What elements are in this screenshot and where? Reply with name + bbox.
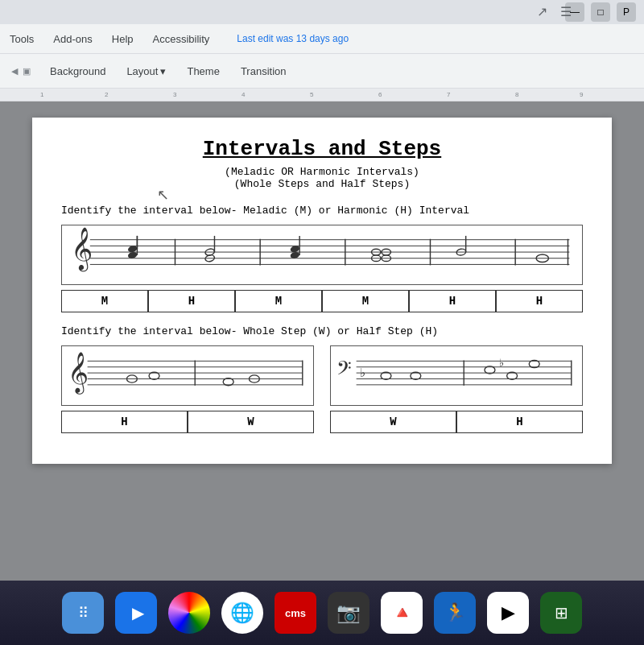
taskbar-grid-launcher[interactable]: ⠿ — [62, 592, 104, 634]
section2-instruction: Identify the interval below- Whole Step … — [61, 325, 583, 337]
toolbar: ◀ ▣ Background Layout ▾ Theme Transition — [0, 53, 644, 89]
taskbar: ⠿ ▶ 🌐 cms 📷 🔺 🏃 ▶ ⊞ — [0, 581, 644, 645]
taskbar-rainbow[interactable] — [168, 592, 210, 634]
slide: ↖ Intervals and Steps (Meladic OR Harmon… — [32, 118, 612, 464]
toolbar-arrow-left[interactable]: ◀ — [11, 66, 18, 76]
section1-instruction: Identify the interval below- Meladic (M)… — [61, 205, 583, 217]
theme-button[interactable]: Theme — [179, 61, 227, 81]
staff-right-container: 𝄢 ♭ ♭ — [330, 345, 583, 406]
taskbar-playstore[interactable]: ▶ — [487, 592, 529, 634]
slide-subtitle: (Meladic OR Harmonic Intervals) (Whole S… — [61, 166, 583, 190]
right-answer-row: W H — [330, 411, 583, 433]
taskbar-drive[interactable]: 🔺 — [381, 592, 423, 634]
music-staff-svg-1: 𝄞 — [67, 227, 577, 279]
svg-text:♭: ♭ — [360, 366, 365, 379]
svg-text:𝄞: 𝄞 — [71, 227, 93, 272]
svg-text:♭: ♭ — [499, 358, 504, 369]
figure-icon: 🏃 — [444, 602, 466, 623]
window-maximize[interactable]: □ — [591, 2, 610, 22]
cms-label: cms — [285, 607, 306, 619]
answer-box-1: M — [61, 290, 148, 312]
taskbar-figure[interactable]: 🏃 — [434, 592, 476, 634]
staff-left-svg: 𝄞 — [65, 348, 310, 400]
menu-help[interactable]: Help — [110, 30, 135, 48]
svg-text:𝄞: 𝄞 — [68, 352, 89, 395]
svg-text:𝄢: 𝄢 — [336, 358, 352, 383]
slide-title: Intervals and Steps — [61, 137, 583, 161]
staff-1: 𝄞 — [61, 225, 583, 285]
menu-addons[interactable]: Add-ons — [52, 30, 93, 48]
menu-tools[interactable]: Tools — [8, 30, 35, 48]
terminal-icon: ⊞ — [555, 603, 568, 622]
section1-answer-row: M H M M H H — [61, 290, 583, 312]
bottom-staves-row: 𝄞 H W — [61, 345, 583, 433]
play-icon: ▶ — [132, 603, 144, 622]
window-close[interactable]: P — [617, 2, 636, 22]
toolbar-slide-icon: ▣ — [23, 66, 31, 76]
staff-left-container: 𝄞 — [61, 345, 314, 406]
layout-dropdown-icon: ▾ — [160, 65, 166, 77]
camera-icon: 📷 — [336, 602, 361, 624]
taskbar-chrome[interactable]: 🌐 — [221, 592, 263, 634]
background-button[interactable]: Background — [42, 61, 114, 81]
trend-icon: ↗ — [537, 4, 547, 19]
ruler: 1 2 3 4 5 6 7 8 9 — [0, 89, 644, 101]
main-canvas-area: ↖ Intervals and Steps (Meladic OR Harmon… — [0, 101, 644, 581]
last-edit-text: Last edit was 13 days ago — [235, 30, 350, 48]
layout-button[interactable]: Layout ▾ — [118, 61, 174, 81]
layout-label: Layout — [126, 65, 158, 77]
taskbar-play[interactable]: ▶ — [115, 592, 157, 634]
left-answer-row: H W — [61, 411, 314, 433]
playstore-icon: ▶ — [502, 602, 515, 623]
staff-left: 𝄞 H W — [61, 345, 314, 433]
left-answer-1: H — [61, 411, 188, 433]
staff-right: 𝄢 ♭ ♭ — [330, 345, 583, 433]
drive-icon: 🔺 — [391, 602, 413, 623]
answer-box-2: H — [148, 290, 235, 312]
right-answer-1: W — [330, 411, 456, 433]
chrome-icon: 🌐 — [230, 602, 254, 624]
staff-right-svg: 𝄢 ♭ ♭ — [334, 348, 579, 400]
right-answer-2: H — [456, 411, 583, 433]
answer-box-4: M — [322, 290, 409, 312]
window-top-bar: — □ P ↗ ☰ — [0, 0, 644, 24]
answer-box-6: H — [496, 290, 583, 312]
answer-box-3: M — [235, 290, 322, 312]
transition-button[interactable]: Transition — [233, 61, 295, 81]
comment-icon: ☰ — [560, 4, 572, 19]
taskbar-terminal[interactable]: ⊞ — [540, 592, 582, 634]
taskbar-camera[interactable]: 📷 — [328, 592, 369, 634]
left-answer-2: W — [188, 411, 314, 433]
grid-icon: ⠿ — [78, 604, 89, 622]
answer-box-5: H — [409, 290, 496, 312]
cursor-pointer: ↖ — [157, 186, 169, 204]
menu-bar: Tools Add-ons Help Accessibility Last ed… — [0, 24, 644, 53]
menu-accessibility[interactable]: Accessibility — [151, 30, 212, 48]
taskbar-cms[interactable]: cms — [275, 592, 316, 634]
